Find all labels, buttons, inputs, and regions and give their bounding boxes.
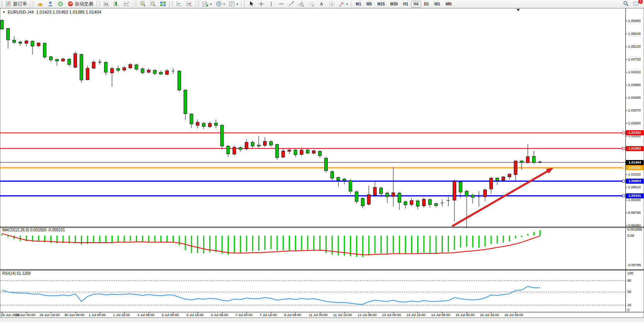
add-indicator-icon	[202, 1, 209, 7]
chevron-down-icon[interactable]: ▾	[346, 2, 348, 6]
chart-dropdown-icon[interactable]: ▼	[2, 10, 5, 14]
add-indicator-button[interactable]: ▾	[200, 0, 214, 8]
price-axis-tick: 1.05950	[628, 19, 644, 23]
timeframe-H1-button[interactable]: H1	[401, 1, 411, 7]
rsi-axis-label: 50	[627, 290, 631, 294]
hline-1.01232[interactable]	[0, 167, 625, 169]
trendline-button[interactable]	[286, 0, 296, 8]
timeframe-M15-button[interactable]: M15	[375, 1, 387, 7]
tile-windows-button[interactable]	[158, 0, 168, 8]
bar-chart-icon	[103, 1, 110, 7]
price-tag-1.01232: 1.01232	[626, 165, 644, 170]
chart-shift-button[interactable]	[184, 0, 194, 8]
text-icon: A	[319, 1, 325, 7]
time-axis-label: 6 Jul 08:00	[211, 313, 228, 317]
zoom-in-button[interactable]	[138, 0, 148, 8]
time-axis-label: 4 Jul 08:00	[137, 313, 154, 317]
rsi-axis-label: 0	[627, 308, 629, 312]
toolbar-separator	[351, 1, 351, 7]
timeframe-D1-button[interactable]: D1	[421, 1, 432, 7]
search-icon	[623, 1, 629, 7]
time-axis-label: 11 Jul 00:00	[309, 313, 327, 317]
line-chart-button[interactable]	[122, 0, 132, 8]
chat-button[interactable]: 1	[631, 0, 641, 8]
equidistant-channel-button[interactable]: E	[296, 0, 307, 8]
arrows-button[interactable]: ▾	[337, 0, 350, 8]
horizontal-line-icon	[278, 1, 284, 7]
market-watch-button[interactable]	[35, 0, 45, 8]
search-button[interactable]	[621, 0, 631, 8]
timeframe-M1-button[interactable]: M1	[353, 1, 364, 7]
text-button[interactable]: A	[317, 0, 327, 8]
timeframe-H4-button[interactable]: H4	[411, 1, 421, 7]
time-axis-label: 18 Jul 08:00	[504, 313, 523, 317]
auto-trading-button[interactable]: 自动交易	[65, 0, 95, 8]
candlestick-series	[0, 19, 541, 228]
community-icon	[47, 1, 53, 7]
chart-canvas[interactable]	[0, 0, 644, 322]
time-axis-label: 5 Jul 16:00	[187, 313, 204, 317]
crosshair-button[interactable]	[256, 0, 266, 8]
templates-button[interactable]: ▾	[227, 0, 240, 8]
trend-arrow[interactable]	[452, 168, 553, 226]
price-axis-tick: 1.05130	[628, 45, 644, 48]
price-axis-tick: 1.03070	[628, 108, 644, 112]
hline-1.00331[interactable]	[0, 195, 625, 197]
time-axis-label: 1 Jul 16:00	[113, 313, 130, 317]
new-order-button[interactable]: 新订单	[4, 0, 29, 8]
rsi-line	[2, 286, 540, 305]
price-axis-tick: 1.00610	[628, 185, 644, 189]
label-icon: T	[329, 1, 335, 7]
chart-ohlc-values: 1.01423 1.01453 1.01385 1.01404	[36, 10, 101, 14]
market-watch-gold-icon	[37, 1, 43, 7]
toolbar-grip	[33, 1, 34, 7]
toolbar-grip	[243, 1, 245, 7]
hline-1.01852[interactable]	[0, 147, 625, 150]
price-axis-tick: 0.99380	[628, 224, 644, 227]
macd-histogram	[2, 230, 541, 257]
periods-button[interactable]: ▾	[214, 0, 227, 8]
timeframe-MN-button[interactable]: MN	[443, 1, 454, 7]
price-axis-tick: 1.05540	[628, 32, 644, 36]
horizontal-line-button[interactable]	[276, 0, 286, 8]
price-tag-1.02352: 1.02352	[626, 130, 644, 135]
line-chart-icon	[123, 1, 130, 7]
trendline-icon	[288, 1, 295, 7]
time-axis-label: 7 Jul 16:00	[260, 313, 277, 317]
text-label-button[interactable]: T	[327, 0, 337, 8]
main-toolbar: 新订单自动交易▾▾▾EFAT▾M1M5M15M30H1H4D1W1MN 1	[0, 0, 644, 8]
community-button[interactable]	[45, 0, 55, 8]
timeframe-W1-button[interactable]: W1	[432, 1, 443, 7]
candlestick-chart-button[interactable]	[111, 0, 122, 8]
price-tag-1.01852: 1.01852	[626, 146, 644, 151]
timeframe-M5-button[interactable]: M5	[364, 1, 375, 7]
chevron-down-icon[interactable]: ▾	[210, 2, 212, 6]
tile-windows-icon	[160, 1, 166, 7]
toolbar-separator	[96, 1, 97, 7]
bar-chart-button[interactable]	[101, 0, 111, 8]
fibonacci-button[interactable]: F	[307, 0, 317, 8]
hline-1.01404[interactable]	[0, 162, 625, 163]
toolbar-grip	[171, 1, 173, 7]
hline-1.02352[interactable]	[0, 132, 625, 134]
chevron-down-icon[interactable]: ▾	[223, 2, 225, 6]
auto-trading-button-label: 自动交易	[75, 1, 93, 7]
time-axis-label: 15 Jul 16:00	[480, 313, 499, 317]
chevron-down-icon[interactable]: ▾	[236, 2, 238, 6]
timeframe-M30-button[interactable]: M30	[387, 1, 400, 7]
sounds-button[interactable]	[55, 0, 65, 8]
svg-text:E: E	[302, 5, 304, 7]
cursor-button[interactable]	[246, 0, 256, 8]
price-axis-tick: 1.02660	[628, 121, 644, 125]
macd-axis-label: 0.001998	[627, 227, 642, 231]
auto-scroll-button[interactable]	[174, 0, 184, 8]
cursor-icon	[248, 1, 254, 7]
time-axis-label: 12 Jul 08:00	[358, 313, 377, 317]
chart-end-marker-icon[interactable]	[517, 9, 520, 11]
auto-scroll-icon	[176, 1, 182, 7]
time-axis-label: 29 Jun 00:00	[15, 313, 35, 317]
time-axis-label: 13 Jul 00:00	[382, 313, 401, 317]
vertical-line-button[interactable]	[266, 0, 276, 8]
zoom-out-button[interactable]	[148, 0, 158, 8]
time-axis-label: 13 Jul 16:00	[406, 313, 425, 317]
